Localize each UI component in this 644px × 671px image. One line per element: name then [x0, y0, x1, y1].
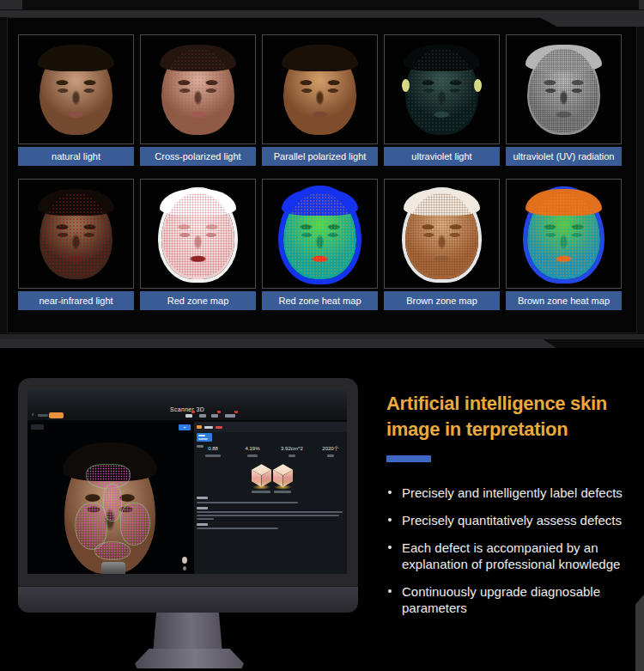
tab-item — [211, 414, 218, 418]
notification-badge — [217, 411, 221, 413]
app-title: Scanner 3D — [27, 406, 347, 412]
face-image-cross-polarized — [140, 34, 256, 144]
feature-item: Each defect is accompanied by an explana… — [386, 540, 637, 572]
face-image-ultraviolet — [384, 34, 500, 144]
promo-graphic: natural light Cross-polarized light Para… — [0, 0, 644, 671]
defect-patch-chin — [94, 541, 131, 560]
chevron-left-icon: ‹ — [32, 412, 33, 418]
monitor-bezel: Scanner 3D ‹ + — [18, 378, 358, 586]
section-text — [197, 515, 339, 516]
notification-badge — [234, 411, 238, 413]
light-modes-panel: natural light Cross-polarized light Para… — [7, 17, 637, 333]
corner-decoration — [635, 595, 644, 671]
feature-item: Precisely and intelligently label defect… — [386, 485, 637, 501]
section-heading — [197, 507, 208, 509]
software-screen: Scanner 3D ‹ + — [27, 389, 347, 574]
face-card-near-infrared: near-infrared light — [18, 179, 134, 310]
face-caption: Parallel polarized light — [262, 147, 378, 166]
face-card-cross-polarized: Cross-polarized light — [140, 34, 256, 166]
section-text — [197, 528, 278, 529]
section-text — [197, 518, 214, 520]
corner-decoration — [0, 0, 22, 9]
face-card-ultraviolet: ultraviolet light — [384, 34, 500, 166]
face-image-brown-zone-map — [384, 179, 500, 289]
face-image-near-infrared — [18, 179, 134, 289]
face-caption: ultraviolet (UV) radiation — [506, 147, 622, 166]
face-image-red-zone-heat-map — [262, 179, 378, 289]
feature-list: Precisely and intelligently label defect… — [386, 485, 637, 616]
section-heading — [197, 497, 208, 499]
face-card-natural-light: natural light — [18, 34, 134, 166]
viewport-action-chip: + — [179, 424, 191, 430]
face-grid: natural light Cross-polarized light Para… — [18, 34, 622, 310]
face-3d-viewport: + — [27, 422, 193, 574]
face-caption: Red zone heat map — [262, 291, 378, 310]
model-pedestal — [101, 562, 125, 574]
skin-layer-cube — [252, 464, 271, 487]
showcase-section: Scanner 3D ‹ + — [0, 348, 644, 671]
face-image-brown-zone-heat-map — [506, 179, 622, 289]
tab-item — [225, 414, 235, 418]
analysis-panel: 0.88 4.19% 3.92cm^2 2020个 — [193, 422, 347, 574]
face-caption: ultraviolet light — [384, 147, 500, 166]
face-caption: natural light — [18, 147, 134, 166]
feature-copy: Artificial intelligence skinimage in ter… — [386, 391, 637, 627]
header-text-alert — [216, 426, 222, 429]
corner-decoration — [639, 0, 644, 9]
heading-underline — [386, 455, 431, 462]
face-card-brown-zone-heat-map: Brown zone heat map — [506, 179, 622, 310]
bottom-divider-band — [0, 334, 644, 339]
report-icon — [197, 425, 202, 429]
face-image-parallel-polarized — [262, 34, 378, 144]
stat-area: 3.92cm^2 — [276, 445, 307, 457]
face-image-uv-radiation — [506, 34, 622, 144]
monitor-chin — [18, 586, 358, 613]
stat-count: 2020个 — [315, 445, 346, 457]
stat-score: 0.88 — [197, 445, 228, 457]
avatar — [182, 557, 187, 564]
skin-layer-cube — [273, 464, 293, 487]
face-card-red-zone-heat-map: Red zone heat map — [262, 179, 378, 310]
face-card-uv-radiation: ultraviolet (UV) radiation — [506, 34, 622, 166]
toolbar-text — [38, 414, 48, 417]
monitor-stand-foot — [135, 649, 244, 668]
face-image-natural-light — [18, 34, 134, 144]
face-image-red-zone-map — [140, 179, 256, 289]
section-heading: Artificial intelligence skinimage in ter… — [386, 391, 637, 442]
face-caption: Brown zone map — [384, 291, 500, 310]
stat-percentage: 4.19% — [237, 445, 268, 457]
cube-caption — [274, 491, 291, 493]
face-card-red-zone-map: Red zone map — [140, 179, 256, 310]
face-caption: Brown zone heat map — [506, 291, 622, 310]
face-caption: Red zone map — [140, 291, 256, 310]
face-card-brown-zone-map: Brown zone map — [384, 179, 500, 310]
notification-badge — [191, 411, 195, 413]
header-text — [204, 426, 213, 429]
bottom-divider-notch — [0, 339, 556, 348]
monitor-stand-neck — [153, 613, 222, 654]
section-heading — [197, 523, 208, 526]
analysis-panel-header — [194, 422, 347, 432]
top-divider-notch — [539, 10, 644, 27]
face-caption: near-infrared light — [18, 291, 134, 310]
tab-item — [199, 414, 206, 418]
viewport-mode-chip — [31, 424, 44, 430]
face-card-parallel-polarized: Parallel polarized light — [262, 34, 378, 166]
orange-action-button — [49, 412, 64, 418]
feature-item: Precisely quantitatively assess defects — [386, 512, 637, 528]
app-topbar: Scanner 3D ‹ — [27, 389, 347, 421]
tab-item — [185, 414, 192, 418]
feature-item: Continuously upgrade diagnosable paramet… — [386, 583, 637, 616]
section-text — [197, 511, 343, 513]
section-text — [197, 502, 298, 503]
face-caption: Cross-polarized light — [140, 147, 256, 166]
cube-caption — [252, 491, 270, 493]
selected-filter-button — [197, 433, 212, 442]
avatar — [183, 566, 186, 570]
